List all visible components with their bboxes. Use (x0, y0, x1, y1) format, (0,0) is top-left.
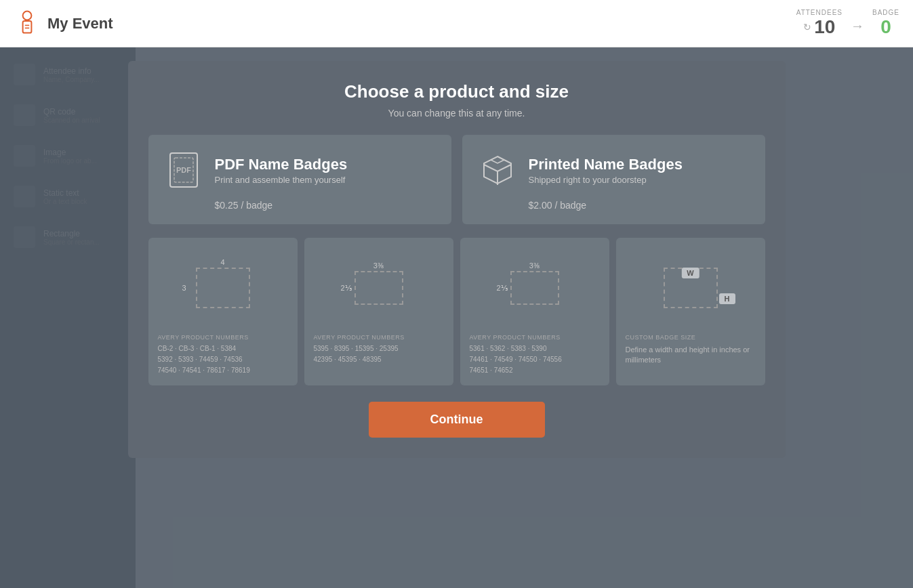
size-card-custom[interactable]: W H CUSTOM BADGE SIZE Define a width and… (616, 238, 765, 385)
printed-card-desc: Shipped right to your doorstep (529, 175, 683, 185)
size-preview-4x3: 4 3 (158, 247, 288, 329)
size-preview-3x2-a: 3⅜ 2⅓ (314, 247, 444, 329)
size-info-label-3x2-b: AVERY PRODUCT NUMBERS (470, 334, 600, 341)
refresh-icon: ↻ (803, 22, 811, 33)
badge-stat: BADGE 0 (872, 9, 899, 38)
size-info-numbers-3x2-b: 5361 · 5362 · 5383 · 539074461 · 74549 ·… (470, 343, 600, 376)
printed-card-name: Printed Name Badges (529, 156, 683, 173)
badge-value: 0 (880, 16, 891, 38)
size-info-label-custom: CUSTOM BADGE SIZE (626, 334, 756, 341)
logo-icon (14, 10, 41, 37)
size-info-numbers-4x3: CB-2 · CB-3 · CB-1 · 53845392 · 5393 · 7… (158, 343, 288, 376)
size-info-numbers-3x2-a: 5395 · 8395 · 15395 · 2539542395 · 45395… (314, 343, 444, 365)
badge-label: BADGE (872, 9, 899, 16)
custom-w-label: W (681, 268, 699, 278)
size-info-3x2-b: AVERY PRODUCT NUMBERS 5361 · 5362 · 5383… (470, 334, 600, 376)
size-info-label-3x2-a: AVERY PRODUCT NUMBERS (314, 334, 444, 341)
size-info-3x2-a: AVERY PRODUCT NUMBERS 5395 · 8395 · 1539… (314, 334, 444, 365)
size-dim-left-3x2-a: 2⅓ (341, 284, 352, 293)
pdf-card-price: $0.25 / badge (163, 200, 437, 211)
printed-card-price: $2.00 / badge (477, 200, 750, 211)
product-cards-container: PDF PDF Name Badges Print and assemble t… (148, 135, 765, 224)
size-dashed-box-4x3: 4 3 (196, 268, 250, 308)
modal-overlay: Choose a product and size You can change… (0, 47, 913, 588)
size-dim-top-3x2-b: 3⅜ (529, 261, 540, 270)
size-dashed-box-3x2-b: 3⅜ 2⅓ (510, 271, 559, 305)
attendees-value: 10 (814, 16, 835, 38)
size-dim-top-4x3: 4 (220, 258, 224, 266)
product-size-modal: Choose a product and size You can change… (128, 61, 786, 458)
modal-title: Choose a product and size (148, 81, 765, 102)
printed-badge-icon (477, 150, 518, 190)
modal-subtitle: You can change this at any time. (148, 108, 765, 119)
svg-point-0 (23, 11, 32, 20)
product-card-pdf[interactable]: PDF PDF Name Badges Print and assemble t… (148, 135, 451, 224)
app-title: My Event (47, 15, 113, 33)
size-card-3x2-a[interactable]: 3⅜ 2⅓ AVERY PRODUCT NUMBERS 5395 · 8395 … (304, 238, 453, 385)
attendees-label: ATTENDEES (796, 9, 843, 16)
size-dim-top-3x2-a: 3⅜ (373, 261, 384, 270)
size-info-4x3: AVERY PRODUCT NUMBERS CB-2 · CB-3 · CB-1… (158, 334, 288, 376)
size-info-numbers-custom: Define a width and height in inches or m… (626, 345, 756, 366)
header-stats: ATTENDEES ↻ 10 → BADGE 0 (796, 9, 899, 38)
size-preview-custom: W H (626, 247, 756, 329)
arrow-icon: → (851, 18, 864, 34)
size-card-4x3[interactable]: 4 3 AVERY PRODUCT NUMBERS CB-2 · CB-3 · … (148, 238, 298, 385)
size-dim-left-4x3: 3 (182, 284, 186, 292)
product-card-printed[interactable]: Printed Name Badges Shipped right to you… (462, 135, 765, 224)
attendees-stat: ATTENDEES ↻ 10 (796, 9, 843, 38)
svg-text:PDF: PDF (176, 166, 191, 174)
size-dim-left-3x2-b: 2⅓ (497, 284, 508, 293)
size-preview-3x2-b: 3⅜ 2⅓ (470, 247, 600, 329)
custom-h-label: H (719, 293, 735, 304)
size-dashed-box-custom: W H (664, 268, 718, 308)
svg-rect-1 (23, 21, 32, 33)
size-cards-container: 4 3 AVERY PRODUCT NUMBERS CB-2 · CB-3 · … (148, 238, 765, 385)
size-card-3x2-b[interactable]: 3⅜ 2⅓ AVERY PRODUCT NUMBERS 5361 · 5362 … (460, 238, 609, 385)
size-info-label-4x3: AVERY PRODUCT NUMBERS (158, 334, 288, 341)
pdf-card-desc: Print and assemble them yourself (215, 175, 348, 185)
size-dashed-box-3x2-a: 3⅜ 2⅓ (354, 271, 403, 305)
continue-button[interactable]: Continue (369, 402, 545, 438)
size-info-custom: CUSTOM BADGE SIZE Define a width and hei… (626, 334, 756, 366)
header: My Event ATTENDEES ↻ 10 → BADGE 0 (0, 0, 913, 47)
pdf-badge-icon: PDF (163, 150, 204, 190)
pdf-card-name: PDF Name Badges (215, 156, 348, 173)
logo-area: My Event (14, 10, 113, 37)
